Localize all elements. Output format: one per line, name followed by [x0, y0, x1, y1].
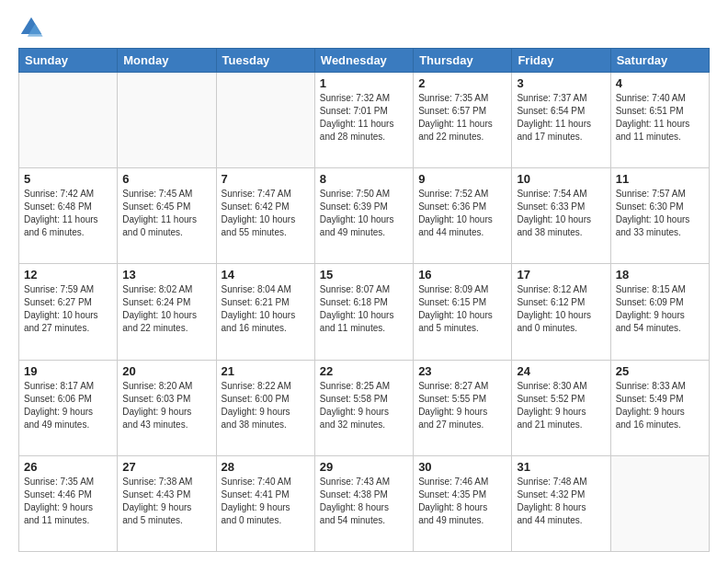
table-cell: 30Sunrise: 7:46 AM Sunset: 4:35 PM Dayli…: [414, 455, 512, 551]
day-info: Sunrise: 7:50 AM Sunset: 6:39 PM Dayligh…: [320, 188, 408, 239]
day-number: 4: [616, 76, 704, 90]
day-number: 6: [122, 172, 210, 186]
day-info: Sunrise: 7:40 AM Sunset: 4:41 PM Dayligh…: [222, 476, 310, 527]
table-cell: 5Sunrise: 7:42 AM Sunset: 6:48 PM Daylig…: [19, 168, 118, 264]
day-info: Sunrise: 7:48 AM Sunset: 4:32 PM Dayligh…: [517, 476, 605, 527]
col-saturday: Saturday: [610, 49, 709, 73]
table-cell: 25Sunrise: 8:33 AM Sunset: 5:49 PM Dayli…: [610, 360, 709, 455]
table-cell: [19, 73, 118, 168]
week-row-0: 1Sunrise: 7:32 AM Sunset: 7:01 PM Daylig…: [19, 73, 710, 168]
day-number: 10: [517, 172, 605, 186]
table-cell: 26Sunrise: 7:35 AM Sunset: 4:46 PM Dayli…: [19, 455, 118, 551]
day-number: 3: [517, 76, 605, 90]
day-number: 8: [320, 172, 408, 186]
day-number: 26: [24, 460, 112, 474]
day-number: 30: [418, 460, 506, 474]
table-cell: [118, 73, 216, 168]
table-cell: 20Sunrise: 8:20 AM Sunset: 6:03 PM Dayli…: [118, 360, 216, 455]
week-row-4: 26Sunrise: 7:35 AM Sunset: 4:46 PM Dayli…: [19, 455, 710, 551]
day-info: Sunrise: 7:54 AM Sunset: 6:33 PM Dayligh…: [517, 188, 605, 239]
day-info: Sunrise: 7:35 AM Sunset: 4:46 PM Dayligh…: [24, 476, 112, 527]
table-cell: 17Sunrise: 8:12 AM Sunset: 6:12 PM Dayli…: [512, 264, 610, 360]
col-monday: Monday: [118, 49, 216, 73]
day-number: 27: [122, 460, 210, 474]
day-info: Sunrise: 7:45 AM Sunset: 6:45 PM Dayligh…: [122, 188, 210, 239]
day-number: 31: [517, 460, 605, 474]
day-info: Sunrise: 8:20 AM Sunset: 6:03 PM Dayligh…: [122, 380, 210, 431]
day-info: Sunrise: 7:47 AM Sunset: 6:42 PM Dayligh…: [222, 188, 310, 239]
day-number: 7: [222, 172, 310, 186]
calendar-header-row: Sunday Monday Tuesday Wednesday Thursday…: [19, 49, 710, 73]
day-number: 2: [418, 76, 506, 90]
logo-icon: [18, 15, 44, 40]
day-info: Sunrise: 8:17 AM Sunset: 6:06 PM Dayligh…: [24, 380, 112, 431]
day-info: Sunrise: 8:09 AM Sunset: 6:15 PM Dayligh…: [418, 283, 506, 335]
col-wednesday: Wednesday: [314, 49, 413, 73]
logo: [18, 15, 48, 40]
day-number: 18: [616, 268, 704, 282]
table-cell: 13Sunrise: 8:02 AM Sunset: 6:24 PM Dayli…: [118, 264, 216, 360]
table-cell: [216, 73, 314, 168]
day-number: 14: [222, 268, 310, 282]
week-row-3: 19Sunrise: 8:17 AM Sunset: 6:06 PM Dayli…: [19, 360, 710, 455]
table-cell: 10Sunrise: 7:54 AM Sunset: 6:33 PM Dayli…: [512, 168, 610, 264]
table-cell: 22Sunrise: 8:25 AM Sunset: 5:58 PM Dayli…: [314, 360, 413, 455]
day-info: Sunrise: 8:12 AM Sunset: 6:12 PM Dayligh…: [517, 283, 605, 335]
day-info: Sunrise: 7:57 AM Sunset: 6:30 PM Dayligh…: [616, 188, 704, 239]
day-info: Sunrise: 8:27 AM Sunset: 5:55 PM Dayligh…: [418, 380, 506, 431]
day-number: 28: [222, 460, 310, 474]
table-cell: 9Sunrise: 7:52 AM Sunset: 6:36 PM Daylig…: [414, 168, 512, 264]
day-number: 9: [418, 172, 506, 186]
table-cell: 7Sunrise: 7:47 AM Sunset: 6:42 PM Daylig…: [216, 168, 314, 264]
col-sunday: Sunday: [19, 49, 118, 73]
day-number: 22: [320, 364, 408, 378]
table-cell: 1Sunrise: 7:32 AM Sunset: 7:01 PM Daylig…: [314, 73, 413, 168]
col-friday: Friday: [512, 49, 610, 73]
day-number: 19: [24, 364, 112, 378]
day-info: Sunrise: 7:43 AM Sunset: 4:38 PM Dayligh…: [320, 476, 408, 527]
day-number: 23: [418, 364, 506, 378]
day-number: 17: [517, 268, 605, 282]
table-cell: 15Sunrise: 8:07 AM Sunset: 6:18 PM Dayli…: [314, 264, 413, 360]
col-tuesday: Tuesday: [216, 49, 314, 73]
day-number: 13: [122, 268, 210, 282]
page: Sunday Monday Tuesday Wednesday Thursday…: [0, 0, 728, 563]
table-cell: 14Sunrise: 8:04 AM Sunset: 6:21 PM Dayli…: [216, 264, 314, 360]
header: [18, 15, 710, 40]
day-number: 20: [122, 364, 210, 378]
day-number: 1: [320, 76, 408, 90]
table-cell: 8Sunrise: 7:50 AM Sunset: 6:39 PM Daylig…: [314, 168, 413, 264]
day-info: Sunrise: 7:46 AM Sunset: 4:35 PM Dayligh…: [418, 476, 506, 527]
day-info: Sunrise: 8:30 AM Sunset: 5:52 PM Dayligh…: [517, 380, 605, 431]
day-info: Sunrise: 8:15 AM Sunset: 6:09 PM Dayligh…: [616, 283, 704, 335]
week-row-2: 12Sunrise: 7:59 AM Sunset: 6:27 PM Dayli…: [19, 264, 710, 360]
table-cell: 6Sunrise: 7:45 AM Sunset: 6:45 PM Daylig…: [118, 168, 216, 264]
day-number: 25: [616, 364, 704, 378]
day-info: Sunrise: 7:42 AM Sunset: 6:48 PM Dayligh…: [24, 188, 112, 239]
table-cell: 12Sunrise: 7:59 AM Sunset: 6:27 PM Dayli…: [19, 264, 118, 360]
day-info: Sunrise: 7:59 AM Sunset: 6:27 PM Dayligh…: [24, 283, 112, 335]
table-cell: 19Sunrise: 8:17 AM Sunset: 6:06 PM Dayli…: [19, 360, 118, 455]
table-cell: 16Sunrise: 8:09 AM Sunset: 6:15 PM Dayli…: [414, 264, 512, 360]
day-info: Sunrise: 8:22 AM Sunset: 6:00 PM Dayligh…: [222, 380, 310, 431]
day-info: Sunrise: 8:04 AM Sunset: 6:21 PM Dayligh…: [222, 283, 310, 335]
day-info: Sunrise: 7:52 AM Sunset: 6:36 PM Dayligh…: [418, 188, 506, 239]
day-number: 15: [320, 268, 408, 282]
table-cell: 11Sunrise: 7:57 AM Sunset: 6:30 PM Dayli…: [610, 168, 709, 264]
day-number: 29: [320, 460, 408, 474]
day-number: 11: [616, 172, 704, 186]
table-cell: 27Sunrise: 7:38 AM Sunset: 4:43 PM Dayli…: [118, 455, 216, 551]
table-cell: 31Sunrise: 7:48 AM Sunset: 4:32 PM Dayli…: [512, 455, 610, 551]
day-info: Sunrise: 7:32 AM Sunset: 7:01 PM Dayligh…: [320, 92, 408, 144]
table-cell: 21Sunrise: 8:22 AM Sunset: 6:00 PM Dayli…: [216, 360, 314, 455]
day-info: Sunrise: 8:25 AM Sunset: 5:58 PM Dayligh…: [320, 380, 408, 431]
day-info: Sunrise: 7:35 AM Sunset: 6:57 PM Dayligh…: [418, 92, 506, 144]
table-cell: 29Sunrise: 7:43 AM Sunset: 4:38 PM Dayli…: [314, 455, 413, 551]
table-cell: 23Sunrise: 8:27 AM Sunset: 5:55 PM Dayli…: [414, 360, 512, 455]
table-cell: [610, 455, 709, 551]
day-number: 24: [517, 364, 605, 378]
table-cell: 3Sunrise: 7:37 AM Sunset: 6:54 PM Daylig…: [512, 73, 610, 168]
day-number: 16: [418, 268, 506, 282]
day-info: Sunrise: 7:38 AM Sunset: 4:43 PM Dayligh…: [122, 476, 210, 527]
col-thursday: Thursday: [414, 49, 512, 73]
